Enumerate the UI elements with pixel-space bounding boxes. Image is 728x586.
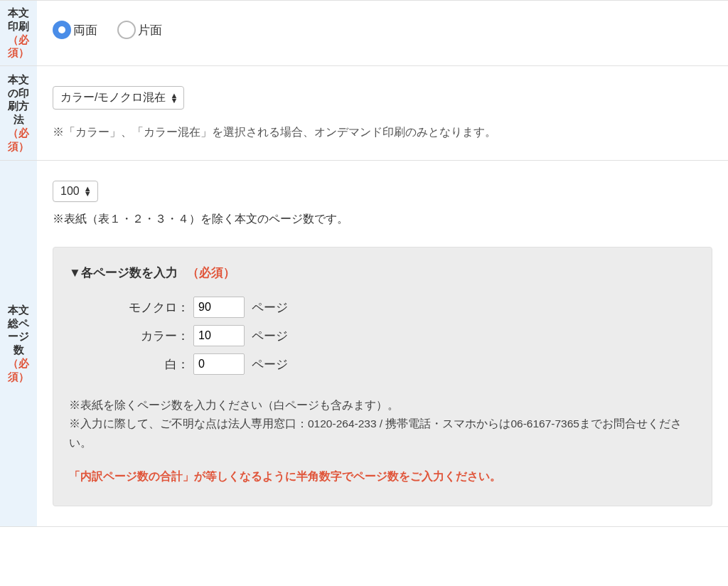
total-pages-select[interactable]: 100 ▲▼: [53, 181, 98, 202]
field-label: カラー：: [69, 328, 193, 344]
row-print-sides: 本文印刷 （必須） 両面 片面: [0, 1, 728, 66]
radio-simplex[interactable]: 片面: [117, 21, 162, 39]
panel-notes: ※表紙を除くページ数を入力ください（白ページも含みます）。 ※入力に際して、ご不…: [69, 396, 696, 452]
required-marker: （必須）: [187, 266, 235, 279]
field-mono: モノクロ： ページ: [69, 297, 696, 318]
required-marker: （必須）: [8, 357, 29, 383]
radio-indicator: [53, 21, 71, 39]
unit-label: ページ: [252, 299, 288, 316]
select-value: 100: [60, 185, 80, 198]
printing-options-form: 本文印刷 （必須） 両面 片面: [0, 0, 728, 527]
radio-simplex-label: 片面: [138, 22, 162, 38]
field-label: 白：: [69, 356, 193, 373]
label-total-pages: 本文総ページ数 （必須）: [0, 161, 37, 527]
color-pages-input[interactable]: [193, 325, 245, 346]
radio-indicator: [117, 21, 136, 39]
field-blank: 白： ページ: [69, 353, 696, 375]
label-print-method: 本文の印刷方法 （必須）: [0, 66, 37, 161]
required-marker: （必須）: [8, 33, 29, 59]
radio-duplex[interactable]: 両面: [53, 21, 97, 39]
row-print-method: 本文の印刷方法 （必須） カラー/モノクロ混在 ▲▼ ※「カラー」、「カラー混在…: [0, 66, 728, 161]
field-label: モノクロ：: [69, 299, 193, 316]
panel-note-2: ※入力に際して、ご不明な点は法人専用窓口：0120-264-233 / 携帯電話…: [69, 415, 696, 452]
select-caret-icon: ▲▼: [170, 93, 178, 103]
label-print-sides: 本文印刷 （必須）: [0, 1, 37, 66]
unit-label: ページ: [252, 328, 288, 344]
mono-pages-input[interactable]: [193, 297, 245, 318]
select-caret-icon: ▲▼: [84, 186, 92, 196]
panel-note-1: ※表紙を除くページ数を入力ください（白ページも含みます）。: [69, 396, 696, 415]
panel-heading: ▼各ページ数を入力 （必須）: [69, 265, 696, 281]
row-total-pages: 本文総ページ数 （必須） 100 ▲▼ ※表紙（表１・２・３・４）を除く本文のペ…: [0, 161, 728, 527]
unit-label: ページ: [252, 356, 288, 373]
field-color: カラー： ページ: [69, 325, 696, 346]
page-breakdown-panel: ▼各ページ数を入力 （必須） モノクロ： ページ カラー： ページ: [53, 247, 712, 506]
print-sides-radiogroup: 両面 片面: [53, 21, 712, 39]
print-method-note: ※「カラー」、「カラー混在」を選択される場合、オンデマンド印刷のみとなります。: [53, 125, 712, 140]
blank-pages-input[interactable]: [193, 353, 245, 375]
panel-alert: 「内訳ページ数の合計」が等しくなるように半角数字でページ数をご入力ください。: [69, 469, 696, 484]
print-method-select[interactable]: カラー/モノクロ混在 ▲▼: [53, 86, 184, 110]
select-value: カラー/モノクロ混在: [60, 90, 166, 105]
required-marker: （必須）: [8, 127, 29, 152]
total-pages-note: ※表紙（表１・２・３・４）を除く本文のページ数です。: [53, 212, 712, 227]
radio-duplex-label: 両面: [73, 22, 97, 38]
